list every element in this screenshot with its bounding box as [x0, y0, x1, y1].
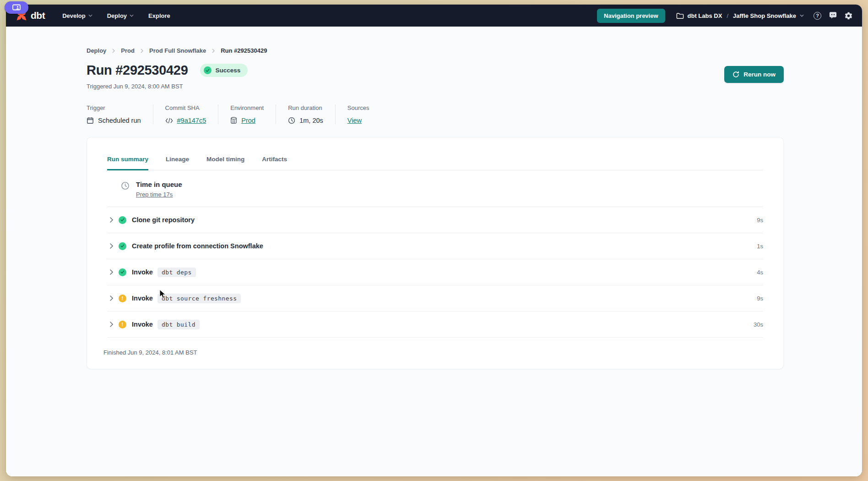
step-duration: 9s	[757, 217, 763, 224]
chevron-right-icon	[141, 49, 143, 53]
account-name: dbt Labs DX	[688, 12, 722, 19]
step-label: Invoke	[132, 321, 153, 328]
step-create-profile[interactable]: Create profile from connection Snowflake…	[107, 233, 763, 259]
step-command: dbt deps	[157, 268, 196, 277]
status-badge-label: Success	[216, 67, 241, 74]
browser-window: dbt Develop Deploy Explore Navigation pr…	[6, 5, 862, 476]
tab-run-summary[interactable]: Run summary	[107, 156, 148, 170]
step-duration: 4s	[757, 269, 763, 276]
chevron-right-icon[interactable]	[110, 217, 113, 223]
step-label: Clone git repository	[132, 216, 195, 224]
chevron-right-icon[interactable]	[110, 243, 113, 249]
nav-develop[interactable]: Develop	[62, 12, 92, 19]
calendar-icon	[87, 117, 94, 124]
top-navbar: dbt Develop Deploy Explore Navigation pr…	[6, 5, 862, 27]
desktop: { "colors": { "accent": "#138080", "link…	[0, 0, 868, 481]
queue-title: Time in queue	[136, 180, 182, 188]
success-icon	[119, 216, 126, 224]
success-icon	[119, 242, 126, 250]
account-separator: /	[726, 12, 729, 19]
nav-explore[interactable]: Explore	[148, 12, 170, 19]
account-project-picker[interactable]: dbt Labs DX / Jaffle Shop Snowflake	[676, 12, 804, 19]
status-badge: Success	[200, 64, 248, 77]
commit-sha-link[interactable]: #9a147c5	[177, 117, 206, 124]
chevron-right-icon[interactable]	[110, 322, 113, 327]
chevron-right-icon[interactable]	[110, 269, 113, 275]
screen-share-icon	[11, 4, 22, 11]
run-detail-page: Deploy Prod Prod Full Snowflake Run #292…	[6, 27, 862, 476]
main-nav: Develop Deploy Explore	[62, 12, 170, 19]
breadcrumb-prod[interactable]: Prod	[121, 47, 135, 54]
step-command: dbt source freshness	[157, 294, 241, 303]
step-duration: 1s	[757, 243, 763, 250]
chevron-right-icon	[112, 49, 115, 53]
sources-view-link[interactable]: View	[347, 117, 362, 124]
meta-label: Sources	[347, 104, 369, 111]
step-invoke-dbt-deps[interactable]: Invoke dbt deps 4s	[107, 259, 763, 285]
environment-link[interactable]: Prod	[241, 117, 255, 124]
tab-lineage[interactable]: Lineage	[166, 156, 189, 170]
breadcrumb: Deploy Prod Prod Full Snowflake Run #292…	[87, 47, 784, 54]
run-meta-strip: Trigger Scheduled run Commit SHA	[87, 104, 784, 124]
help-icon[interactable]: ?	[813, 11, 822, 20]
meta-trigger: Trigger Scheduled run	[87, 104, 153, 124]
gear-icon[interactable]	[844, 11, 853, 20]
success-icon	[119, 268, 126, 276]
triggered-timestamp: Triggered Jun 9, 2024, 8:00 AM BST	[87, 83, 784, 90]
warning-icon: !	[119, 295, 126, 302]
meta-environment: Environment Prod	[230, 104, 276, 124]
chevron-right-icon	[212, 49, 215, 53]
meta-label: Commit SHA	[165, 104, 206, 111]
project-name: Jaffle Shop Snowflake	[733, 12, 796, 19]
step-label: Create profile from connection Snowflake	[132, 242, 263, 250]
breadcrumb-job[interactable]: Prod Full Snowflake	[149, 47, 206, 54]
meta-label: Environment	[230, 104, 264, 111]
tab-artifacts[interactable]: Artifacts	[262, 156, 287, 170]
step-invoke-dbt-build[interactable]: ! Invoke dbt build 30s	[107, 312, 763, 338]
database-icon	[230, 117, 237, 124]
chevron-down-icon	[130, 14, 134, 17]
rerun-now-label: Rerun now	[743, 71, 776, 78]
step-command: dbt build	[157, 320, 200, 329]
meta-run-duration: Run duration 1m, 20s	[288, 104, 336, 124]
breadcrumb-run: Run #292530429	[221, 47, 267, 54]
folder-icon	[676, 12, 684, 19]
rerun-now-button[interactable]: Rerun now	[724, 66, 784, 83]
navigation-preview-button[interactable]: Navigation preview	[597, 9, 665, 23]
title-row: Run #292530429 Success	[87, 63, 784, 78]
feedback-icon[interactable]	[829, 11, 837, 20]
meta-value: Scheduled run	[98, 117, 141, 124]
step-duration: 9s	[757, 295, 763, 302]
clock-icon	[288, 117, 295, 124]
brand-name: dbt	[31, 10, 45, 21]
step-label: Invoke	[132, 295, 153, 302]
chevron-down-icon	[88, 14, 92, 17]
meta-commit-sha: Commit SHA #9a147c5	[165, 104, 219, 124]
nav-develop-label: Develop	[62, 12, 86, 19]
navbar-icon-group: ?	[813, 11, 853, 20]
refresh-icon	[732, 71, 739, 78]
breadcrumb-deploy[interactable]: Deploy	[87, 47, 106, 54]
warning-icon: !	[119, 321, 126, 328]
nav-explore-label: Explore	[148, 12, 170, 19]
success-icon	[204, 66, 212, 74]
step-duration: 30s	[754, 321, 763, 328]
nav-deploy-label: Deploy	[107, 12, 127, 19]
time-in-queue-block: Time in queue Prep time 17s	[121, 170, 763, 207]
meta-sources: Sources View	[347, 104, 381, 124]
finished-timestamp: Finished Jun 9, 2024, 8:01 AM BST	[103, 338, 763, 356]
chevron-right-icon[interactable]	[110, 295, 113, 301]
step-label: Invoke	[132, 268, 153, 276]
screen-capture-pill[interactable]	[5, 1, 28, 14]
step-clone-git-repository[interactable]: Clone git repository 9s	[107, 207, 763, 233]
tab-model-timing[interactable]: Model timing	[206, 156, 244, 170]
meta-label: Trigger	[87, 104, 141, 111]
tab-bar: Run summary Lineage Model timing Artifac…	[107, 137, 763, 170]
prep-time-link[interactable]: Prep time 17s	[136, 191, 173, 198]
nav-deploy[interactable]: Deploy	[107, 12, 134, 19]
run-summary-card: Run summary Lineage Model timing Artifac…	[87, 137, 784, 369]
step-invoke-dbt-source-freshness[interactable]: ! Invoke dbt source freshness 9s	[107, 285, 763, 312]
clock-icon	[121, 181, 130, 198]
meta-value: 1m, 20s	[299, 117, 323, 124]
code-icon	[165, 118, 173, 124]
